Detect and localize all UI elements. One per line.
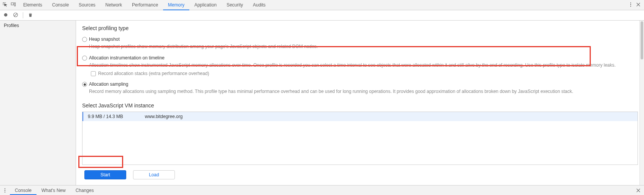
action-buttons: Start Load xyxy=(84,170,642,179)
close-icon[interactable] xyxy=(636,2,641,8)
radio-heap-snapshot[interactable] xyxy=(82,37,87,42)
tab-audits[interactable]: Audits xyxy=(248,0,270,10)
delete-icon[interactable] xyxy=(28,12,33,19)
devtools-tab-bar: Elements Console Sources Network Perform… xyxy=(0,0,644,10)
record-stacks-subopt[interactable]: Record allocation stacks (extra performa… xyxy=(91,71,642,76)
radio-allocation-timeline[interactable] xyxy=(82,56,87,61)
radio-allocation-sampling[interactable] xyxy=(82,82,87,87)
top-bar-right xyxy=(628,0,644,10)
clear-icon[interactable] xyxy=(13,12,18,19)
memory-toolbar xyxy=(0,10,644,21)
device-toggle-icon[interactable] xyxy=(10,2,16,8)
option-desc: Allocation timelines show instrumented J… xyxy=(89,62,642,69)
drawer-tab-changes[interactable]: Changes xyxy=(71,185,99,195)
option-label: Allocation sampling xyxy=(89,82,642,87)
tab-performance[interactable]: Performance xyxy=(127,0,163,10)
drawer-tabs: Console What's New Changes xyxy=(10,185,99,195)
tab-application[interactable]: Application xyxy=(189,0,222,10)
scrollbar-thumb[interactable] xyxy=(641,21,643,59)
svg-point-6 xyxy=(5,190,5,190)
option-desc: Heap snapshot profiles show memory distr… xyxy=(89,43,642,50)
vm-url: www.bitdegree.org xyxy=(145,114,182,119)
svg-point-2 xyxy=(630,6,631,6)
svg-point-3 xyxy=(4,13,8,16)
sidebar-item-profiles[interactable]: Profiles xyxy=(0,21,76,30)
tab-sources[interactable]: Sources xyxy=(74,0,100,10)
option-desc: Record memory allocations using sampling… xyxy=(89,88,642,95)
svg-point-5 xyxy=(5,188,5,189)
drawer-tab-whats-new[interactable]: What's New xyxy=(36,185,71,195)
more-icon[interactable] xyxy=(628,2,633,8)
option-allocation-timeline[interactable]: Allocation instrumentation on timeline A… xyxy=(82,53,642,79)
profiling-options: Heap snapshot Heap snapshot profiles sho… xyxy=(82,34,642,98)
drawer-menu[interactable] xyxy=(0,185,10,195)
inspect-element-icon[interactable] xyxy=(2,2,8,8)
option-label: Allocation instrumentation on timeline xyxy=(89,55,642,61)
main-tabs: Elements Console Sources Network Perform… xyxy=(18,0,271,10)
start-button[interactable]: Start xyxy=(84,170,126,179)
vm-instance-heading: Select JavaScript VM instance xyxy=(82,102,642,109)
tab-console[interactable]: Console xyxy=(47,0,74,10)
inspect-controls xyxy=(0,0,18,10)
load-button[interactable]: Load xyxy=(133,170,175,179)
toolbar-separator xyxy=(23,12,23,18)
tab-network[interactable]: Network xyxy=(100,0,127,10)
svg-point-0 xyxy=(630,2,631,3)
tab-security[interactable]: Security xyxy=(222,0,248,10)
vm-instance-row[interactable]: 9.9 MB / 14.3 MB www.bitdegree.org xyxy=(82,112,638,121)
option-heap-snapshot[interactable]: Heap snapshot Heap snapshot profiles sho… xyxy=(82,34,642,53)
memory-content: Select profiling type Heap snapshot Heap… xyxy=(76,21,644,185)
option-label: Heap snapshot xyxy=(89,37,642,42)
scrollbar[interactable] xyxy=(639,21,644,185)
tab-memory[interactable]: Memory xyxy=(163,0,189,10)
main-area: Profiles Select profiling type Heap snap… xyxy=(0,21,644,185)
checkbox-record-stacks[interactable] xyxy=(91,71,96,76)
profiles-sidebar: Profiles xyxy=(0,21,76,185)
option-allocation-sampling[interactable]: Allocation sampling Record memory alloca… xyxy=(82,79,642,98)
vm-instance-list: 9.9 MB / 14.3 MB www.bitdegree.org xyxy=(82,112,638,165)
drawer-tab-console[interactable]: Console xyxy=(10,185,36,195)
svg-point-1 xyxy=(630,4,631,5)
subopt-label: Record allocation stacks (extra performa… xyxy=(98,71,209,76)
vm-memory: 9.9 MB / 14.3 MB xyxy=(88,114,130,119)
profiling-type-heading: Select profiling type xyxy=(82,25,642,31)
drawer-close[interactable] xyxy=(636,185,644,195)
svg-point-7 xyxy=(5,192,5,192)
drawer-bar: Console What's New Changes xyxy=(0,185,644,195)
record-icon[interactable] xyxy=(3,12,8,19)
tab-elements[interactable]: Elements xyxy=(18,0,47,10)
